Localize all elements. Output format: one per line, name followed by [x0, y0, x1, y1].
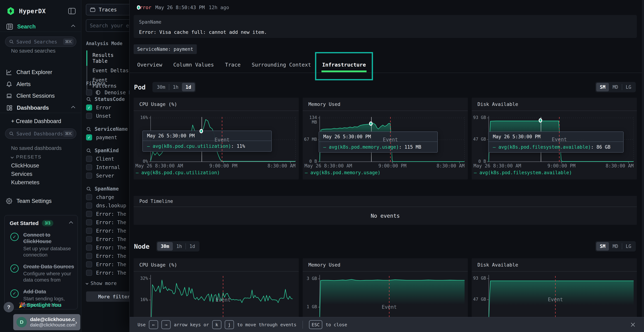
checkbox-unchecked: [86, 236, 92, 242]
presets-toggle[interactable]: PRESETS: [11, 154, 42, 160]
keyboard-hints-bar: Use ← → arrow keys or k j to move throug…: [130, 317, 644, 332]
filter-group-title: SpanKind: [95, 148, 119, 154]
sidebar-item-dashboards[interactable]: Dashboards: [0, 103, 81, 113]
filter-option[interactable]: Internal: [86, 164, 129, 170]
service-name-chip[interactable]: ServiceName: payment: [134, 44, 197, 54]
chart-title: CPU Usage (%): [134, 98, 299, 111]
filter-group-servicename: ServiceName: [86, 126, 129, 132]
sidebar-item-team-settings[interactable]: Team Settings: [6, 196, 76, 206]
trace-detail-drawer: Error · May 26 8:50:43 PM · 12h ago Span…: [129, 0, 644, 332]
pod-size-segment: SM MD LG: [595, 82, 636, 92]
filter-option-label: Error: The cr: [96, 245, 129, 250]
cmd-k-shortcut: ⌘K: [63, 130, 74, 137]
filter-option[interactable]: Server: [86, 172, 129, 179]
preset-kubernetes[interactable]: Kubernetes: [11, 179, 40, 186]
filter-option-label: Internal: [96, 164, 120, 170]
filter-option[interactable]: ✓Error: [86, 104, 129, 110]
chevron-up-icon[interactable]: [69, 221, 73, 225]
pod-range-30m[interactable]: 30m: [153, 83, 169, 92]
more-filters-button[interactable]: More filters: [86, 292, 129, 302]
tab-surrounding-context[interactable]: Surrounding Context: [252, 58, 311, 71]
search-section-label: Search: [17, 24, 36, 30]
pod-range-1h[interactable]: 1h: [169, 83, 182, 92]
filter-group-spankind: SpanKind: [86, 148, 129, 154]
node-size-lg[interactable]: LG: [622, 242, 635, 250]
analysis-mode-event-deltas[interactable]: Event Deltas: [86, 66, 129, 75]
checkbox-checked: ✓: [86, 134, 92, 140]
pod-size-sm[interactable]: SM: [596, 83, 609, 92]
saved-dashboards-input[interactable]: Saved Dashboards ⌘K: [5, 128, 76, 139]
pod-range-1d[interactable]: 1d: [182, 83, 195, 92]
filter-option[interactable]: Error: The cr: [86, 244, 129, 250]
chart-title: Disk Available: [472, 98, 637, 111]
chart-canvas: [303, 272, 468, 324]
hint-to-close: to close: [326, 322, 347, 327]
tooltip-value: — avg(k8s.pod.cpu.utilization): 11%: [143, 141, 271, 151]
node-range-1d[interactable]: 1d: [186, 242, 198, 250]
preset-clickhouse[interactable]: ClickHouse: [11, 162, 39, 169]
hover-point-dot: [369, 122, 373, 126]
filter-option[interactable]: Error: The cr: [86, 211, 129, 217]
arrow-right-key: →: [161, 320, 171, 329]
saved-searches-input[interactable]: Saved Searches ⌘K: [5, 36, 76, 47]
event-search-input[interactable]: Search your e: [86, 19, 129, 32]
analysis-mode-label: Analysis Mode: [86, 41, 122, 46]
tab-trace[interactable]: Trace: [225, 58, 240, 71]
pod-memory-chart[interactable]: Memory Used134 MB67 MB0 BMay 26 5:30:00 …: [303, 98, 468, 180]
node-size-sm[interactable]: SM: [596, 242, 609, 250]
filter-option[interactable]: ✓payment: [86, 134, 129, 140]
filter-option[interactable]: Error: The cr: [86, 219, 129, 226]
tab-column-values[interactable]: Column Values: [173, 58, 214, 71]
filter-option[interactable]: Unset: [86, 113, 129, 119]
filter-option[interactable]: Error: The cr: [86, 228, 129, 234]
span-name-card: SpanName Error: Visa cache full: cannot …: [134, 15, 637, 38]
drawer-scrollbar[interactable]: [642, 0, 644, 317]
get-started-title: Get Started: [10, 220, 39, 226]
get-started-item[interactable]: ✓ Connect to ClickHouse Set up your data…: [10, 232, 72, 258]
pod-disk-chart[interactable]: Disk Available93 GB47 GB0 BMay 26 5:30:0…: [472, 98, 637, 180]
user-menu[interactable]: D dale@clickhouse.com dale@clickhouse.co…: [13, 314, 80, 330]
show-more-button[interactable]: Show more: [86, 280, 129, 286]
checkbox-unchecked: [86, 253, 92, 259]
pod-cpu-chart[interactable]: CPU Usage (%)16%8%0%May 26 5:30:00 PM— a…: [134, 98, 299, 180]
get-started-item[interactable]: ✓ Create Data Sources Configure where yo…: [10, 263, 72, 283]
gs-item-desc: Set up your database connection: [23, 246, 77, 258]
pod-size-lg[interactable]: LG: [622, 83, 635, 92]
check-circle-icon: ✓: [10, 290, 18, 298]
node-range-1h[interactable]: 1h: [173, 242, 186, 250]
source-select[interactable]: Traces: [86, 4, 129, 16]
event-marker-label: Event: [548, 296, 563, 302]
search-icon: [86, 126, 92, 132]
checkbox-unchecked: [86, 202, 92, 208]
event-header: Error · May 26 8:50:43 PM · 12h ago: [137, 5, 229, 10]
sidebar-item-client-sessions[interactable]: Client Sessions: [6, 91, 76, 100]
filter-groups: StatusCode✓ErrorUnsetServiceName✓payment…: [86, 89, 129, 302]
sidebar-item-search[interactable]: Search: [0, 22, 81, 32]
gs-item-title: Create Data Sources: [23, 263, 77, 270]
analysis-mode-results-table[interactable]: Results Table: [86, 50, 129, 66]
database-icon: [90, 7, 96, 12]
help-button[interactable]: ?: [4, 302, 14, 312]
collapse-sidebar-icon[interactable]: [68, 8, 76, 14]
node-size-md[interactable]: MD: [609, 242, 622, 250]
event-marker-label: Event: [552, 136, 567, 142]
filter-option[interactable]: charge: [86, 194, 129, 200]
sidebar-item-chart-explorer[interactable]: Chart Explorer: [6, 68, 76, 77]
create-dashboard-button[interactable]: + Create Dashboard: [11, 117, 76, 126]
show-more-label: Show more: [90, 280, 117, 286]
pod-size-md[interactable]: MD: [609, 83, 622, 92]
filter-option[interactable]: Error: The cr: [86, 253, 129, 259]
filter-option[interactable]: Error: The cr: [86, 261, 129, 268]
event-marker-label: Event: [214, 137, 230, 143]
preset-services[interactable]: Services: [11, 171, 32, 177]
sidebar-item-alerts[interactable]: Alerts: [6, 80, 76, 89]
filter-option[interactable]: Error: The cr: [86, 236, 129, 242]
filter-option[interactable]: Client: [86, 156, 129, 162]
close-icon[interactable]: [630, 322, 636, 328]
node-range-30m[interactable]: 30m: [157, 242, 173, 250]
chevron-down-icon: [11, 156, 14, 158]
filter-option[interactable]: Error: The cr: [86, 270, 129, 276]
filter-option[interactable]: dns.lookup: [86, 202, 129, 208]
tab-infrastructure[interactable]: Infrastructure: [322, 58, 366, 71]
tab-overview[interactable]: Overview: [137, 58, 162, 71]
